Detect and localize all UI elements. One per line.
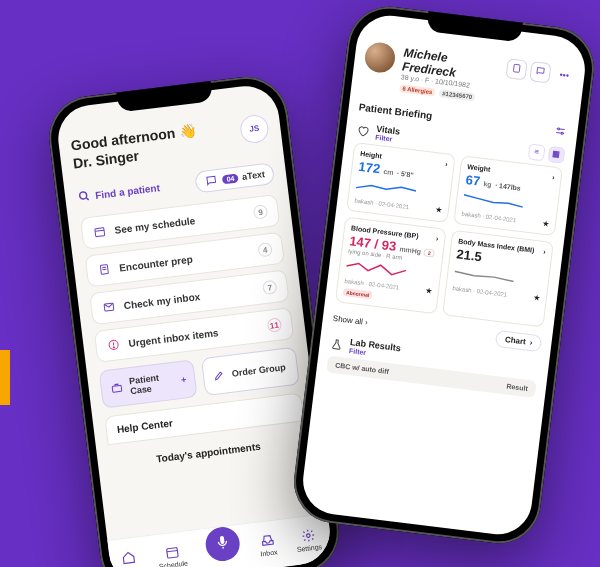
message-button[interactable] [529, 61, 551, 83]
voice-fab[interactable] [203, 525, 241, 563]
heart-icon [355, 123, 371, 139]
chevron-right-icon: › [436, 235, 439, 242]
lab-col-result: Result [506, 382, 528, 392]
svg-line-13 [167, 551, 177, 552]
star-icon[interactable]: ★ [542, 219, 550, 229]
flask-icon [329, 336, 345, 352]
vital-meta: bakash · 02-04-2021 [354, 197, 409, 210]
note-icon [511, 63, 522, 76]
quick-count: 9 [253, 204, 269, 220]
vital-unit: cm [383, 168, 394, 176]
search-icon [76, 189, 92, 205]
vital-value: 67 [465, 172, 481, 189]
find-patient-link[interactable]: Find a patient [76, 180, 160, 204]
svg-rect-2 [95, 228, 105, 237]
greeting: Good afternoon 👋 Dr. Singer JS [70, 114, 271, 173]
atext-count: 04 [222, 173, 239, 184]
tab-label: Inbox [260, 548, 278, 557]
vital-bp[interactable]: Blood Pressure (BP)› 147 / 93 mmHg2 lyin… [335, 217, 447, 315]
briefcase-icon [109, 380, 125, 396]
vital-label: Weight [467, 163, 491, 173]
svg-point-10 [113, 347, 114, 348]
inbox-icon [260, 533, 276, 549]
sparkline [454, 265, 515, 286]
new-patient-case[interactable]: Patient Case + [99, 359, 198, 408]
svg-point-16 [306, 534, 310, 538]
vital-weight[interactable]: Weight› 67 kg · 147lbs bakash · 02-04-20… [453, 155, 563, 236]
order-label: Order Group [231, 362, 286, 379]
clipboard-icon [97, 262, 113, 278]
vital-unit: kg [483, 180, 492, 188]
inbox-icon [101, 299, 117, 315]
new-order-group[interactable]: Order Group [201, 347, 300, 396]
alert-icon [106, 337, 122, 353]
vital-unit: mmHg [399, 245, 421, 255]
gear-icon [300, 528, 316, 544]
quick-count: 11 [267, 317, 283, 333]
vital-alt: 147lbs [499, 182, 521, 192]
vital-height[interactable]: Height› 172 cm · 5'8" bakash · 02-04-202… [346, 142, 456, 223]
sparkline [463, 191, 524, 212]
tab-schedule[interactable]: Schedule [157, 544, 189, 567]
quick-count: 4 [257, 242, 273, 258]
quick-label: See my schedule [114, 215, 196, 236]
tab-settings[interactable]: Settings [294, 527, 322, 553]
edit-icon [211, 367, 227, 383]
phone-patient: Michele Fredireck 38 y.o · F · 10/10/198… [289, 2, 599, 548]
vital-value: 21.5 [456, 246, 483, 264]
vital-value: 172 [358, 159, 381, 177]
tab-label: Schedule [159, 559, 189, 567]
user-avatar[interactable]: JS [239, 114, 270, 145]
tab-inbox[interactable]: Inbox [258, 533, 278, 558]
note-button[interactable] [505, 58, 527, 80]
star-icon[interactable]: ★ [532, 293, 540, 303]
tab-home[interactable]: Home [119, 550, 140, 567]
chevron-right-icon: › [445, 160, 448, 167]
calendar-icon [164, 545, 180, 561]
sparkline [356, 178, 417, 199]
vital-meta: bakash · 02-04-2021 [461, 210, 516, 223]
quick-label: Check my inbox [123, 291, 200, 311]
svg-rect-14 [219, 535, 224, 543]
settings-icon[interactable] [553, 123, 569, 139]
svg-point-21 [561, 132, 563, 134]
bottom-tabbar: Home Schedule Inbox Settings [107, 513, 333, 567]
plus-icon: + [181, 374, 187, 385]
chat-icon [204, 173, 220, 189]
briefing-title: Patient Briefing [358, 101, 433, 121]
list-icon: ≡ [534, 147, 540, 157]
tab-label: Settings [296, 543, 322, 553]
atext-button[interactable]: 04 aText [194, 162, 275, 193]
calendar-icon [92, 224, 108, 240]
chart-button[interactable]: Chart› [495, 330, 542, 352]
view-list[interactable]: ≡ [528, 143, 546, 161]
case-label: Patient Case [129, 371, 177, 396]
svg-rect-11 [112, 385, 122, 392]
atext-label: aText [242, 169, 266, 182]
chevron-right-icon: › [552, 174, 555, 181]
allergy-tag[interactable]: 6 Allergies [399, 84, 436, 96]
home-icon [121, 550, 137, 566]
quick-count: 7 [262, 280, 278, 296]
svg-point-20 [558, 128, 560, 130]
patient-photo[interactable] [363, 41, 396, 74]
star-icon[interactable]: ★ [424, 286, 432, 296]
lab-col-name: CBC w/ auto diff [335, 361, 390, 375]
chevron-right-icon: › [543, 248, 546, 255]
abnormal-flag: Abnormal [343, 288, 373, 300]
mic-icon [213, 533, 231, 555]
grid-icon: ▦ [552, 149, 561, 159]
svg-rect-12 [166, 548, 178, 559]
view-grid[interactable]: ▦ [548, 145, 566, 163]
trend-badge: 2 [424, 248, 436, 257]
chat-icon [535, 66, 546, 79]
mrn-tag: #12345670 [439, 89, 476, 101]
svg-line-3 [95, 230, 104, 231]
show-all-link[interactable]: Show all › [332, 314, 368, 327]
star-icon[interactable]: ★ [434, 205, 442, 215]
vital-label: Height [360, 150, 382, 160]
svg-rect-17 [513, 64, 520, 72]
more-button[interactable]: ••• [553, 64, 575, 86]
more-icon: ••• [559, 70, 570, 81]
vital-bmi[interactable]: Body Mass Index (BMI)› 21.5 bakash · 02-… [442, 230, 554, 328]
